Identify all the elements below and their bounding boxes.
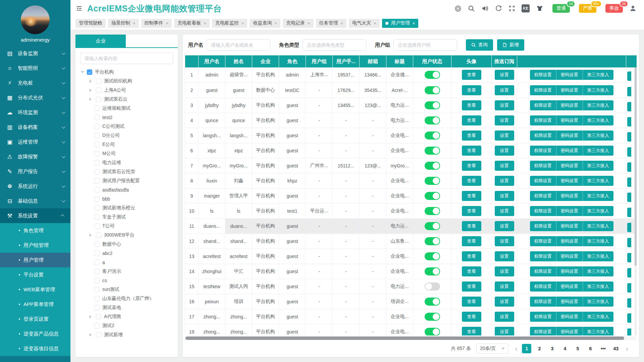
tree-node-label[interactable]: 测试萤石云	[104, 96, 127, 102]
tab-3[interactable]: 控制事件×	[141, 19, 172, 28]
page-number-3[interactable]: 3	[547, 344, 557, 353]
user-status-toggle[interactable]	[425, 147, 440, 155]
add-button[interactable]: 新增	[497, 39, 524, 51]
push-subscribe-button[interactable]: 设置	[495, 206, 514, 216]
view-avatar-button[interactable]: 查看	[462, 161, 481, 171]
tree-node-label[interactable]: 上海A公司	[104, 87, 126, 93]
tab-10[interactable]: 用户管理×	[382, 19, 419, 28]
caret-right-icon[interactable]	[90, 315, 93, 318]
checkbox[interactable]	[94, 251, 100, 256]
permission-settings-button[interactable]: 权限设置	[530, 100, 556, 110]
third-party-access-button[interactable]: 第三方接入	[583, 161, 613, 171]
clipped-action-button[interactable]	[627, 162, 631, 172]
sound-icon[interactable]	[481, 5, 489, 12]
password-settings-button[interactable]: 密码设置	[556, 70, 583, 80]
sidebar-item-ops-management[interactable]: ▣运维管理	[0, 135, 70, 149]
sidebar-item-user-report[interactable]: ✎用户报告	[0, 164, 70, 179]
tree-node[interactable]: 3000WEB平台	[81, 230, 176, 240]
push-subscribe-button[interactable]: 设置	[495, 176, 514, 186]
clipped-action-button[interactable]	[627, 87, 631, 96]
checkbox[interactable]	[96, 232, 101, 238]
tree-node[interactable]: cs	[81, 276, 176, 285]
clipped-action-button[interactable]	[627, 147, 631, 157]
search-icon[interactable]	[468, 5, 475, 12]
username-filter-input[interactable]	[207, 39, 270, 51]
sidebar-item-smart-lighting[interactable]: ☼智能照明	[0, 61, 70, 75]
permission-settings-button[interactable]: 权限设置	[530, 131, 556, 141]
checkbox[interactable]	[94, 205, 100, 211]
permission-settings-button[interactable]: 权限设置	[530, 266, 556, 276]
third-party-access-button[interactable]: 第三方接入	[583, 176, 613, 186]
permission-settings-button[interactable]: 权限设置	[530, 281, 556, 292]
push-subscribe-button[interactable]: 设置	[495, 266, 514, 276]
sidebar-item-system-settings[interactable]: ⚒系统设置	[0, 208, 70, 223]
user-status-toggle[interactable]	[425, 313, 440, 321]
tree-node-label[interactable]: 测试用户报告配置	[102, 178, 140, 184]
tree-node[interactable]: A代理商	[81, 312, 176, 321]
permission-settings-button[interactable]: 权限设置	[530, 236, 556, 246]
checkbox[interactable]	[94, 214, 100, 220]
clipped-action-button[interactable]	[627, 117, 631, 126]
clipped-action-button[interactable]	[627, 283, 631, 293]
submenu-item-user-group-management[interactable]: 用户组管理	[0, 238, 70, 253]
caret-right-icon[interactable]	[90, 98, 93, 101]
theme-shirt-icon[interactable]	[536, 5, 543, 12]
close-icon[interactable]: ×	[374, 21, 376, 26]
password-settings-button[interactable]: 密码设置	[556, 266, 583, 276]
permission-settings-button[interactable]: 权限设置	[530, 221, 556, 231]
tree-node-label[interactable]: C公司测试	[102, 123, 124, 130]
vertical-scrollbar-thumb[interactable]	[635, 67, 637, 266]
push-subscribe-button[interactable]: 设置	[495, 146, 514, 156]
sidebar-item-base-info[interactable]: ⊟基础信息	[0, 194, 70, 208]
clipped-action-button[interactable]	[627, 298, 631, 308]
permission-settings-button[interactable]: 权限设置	[530, 251, 556, 261]
checkbox[interactable]	[94, 115, 100, 120]
password-settings-button[interactable]: 密码设置	[556, 115, 583, 125]
checkbox[interactable]	[94, 106, 100, 111]
tree-node[interactable]: a	[81, 258, 176, 267]
checkbox[interactable]	[94, 178, 100, 184]
password-settings-button[interactable]: 密码设置	[556, 100, 583, 110]
user-status-toggle[interactable]	[425, 237, 440, 245]
password-settings-button[interactable]: 密码设置	[556, 221, 583, 231]
clipped-action-button[interactable]	[627, 71, 631, 81]
push-subscribe-button[interactable]: 设置	[495, 131, 514, 141]
user-status-toggle[interactable]	[425, 267, 440, 275]
close-icon[interactable]: ×	[133, 21, 136, 26]
push-subscribe-button[interactable]: 设置	[495, 312, 514, 322]
close-icon[interactable]: ×	[341, 21, 343, 26]
password-settings-button[interactable]: 密码设置	[556, 206, 583, 216]
tree-node-label[interactable]: 车盒子测试	[102, 214, 126, 220]
clipped-action-button[interactable]	[627, 193, 631, 202]
user-status-toggle[interactable]	[425, 192, 440, 200]
tab-enterprise[interactable]: 企业	[75, 35, 126, 47]
permission-settings-button[interactable]: 权限设置	[530, 70, 556, 80]
tree-node-label[interactable]: abc2	[102, 251, 112, 256]
push-subscribe-button[interactable]: 设置	[495, 100, 514, 110]
view-avatar-button[interactable]: 查看	[462, 176, 481, 186]
third-party-access-button[interactable]: 第三方接入	[583, 251, 613, 261]
user-status-toggle[interactable]	[425, 328, 440, 336]
permission-settings-button[interactable]: 权限设置	[530, 206, 556, 216]
clipped-action-button[interactable]	[627, 313, 631, 323]
role-filter-input[interactable]	[303, 39, 366, 51]
tree-node[interactable]: asdfasfasdfa	[81, 185, 176, 194]
tree-node-label[interactable]: 数据中心	[102, 241, 121, 247]
view-avatar-button[interactable]: 查看	[462, 327, 481, 336]
user-status-toggle[interactable]	[425, 252, 440, 260]
caret-right-icon[interactable]	[90, 89, 93, 92]
horizontal-scrollbar-thumb[interactable]	[185, 337, 624, 340]
view-avatar-button[interactable]: 查看	[462, 146, 481, 156]
third-party-access-button[interactable]: 第三方接入	[583, 206, 613, 216]
third-party-access-button[interactable]: 第三方接入	[583, 115, 613, 125]
tree-node-label[interactable]: E公司	[102, 142, 115, 148]
collapse-menu-icon[interactable]	[76, 5, 83, 12]
submenu-item-web-menu-management[interactable]: WEB菜单管理	[0, 282, 70, 297]
tree-node-label[interactable]: T公司	[102, 223, 115, 229]
tree-node-label[interactable]: 运维巡检测试	[102, 105, 130, 111]
submenu-item-role-management[interactable]: 角色管理	[0, 223, 70, 238]
submenu-item-login-page-settings[interactable]: 登录页设置	[0, 312, 70, 326]
tree-node[interactable]: bbb	[81, 194, 176, 203]
third-party-access-button[interactable]: 第三方接入	[583, 236, 613, 246]
checkbox[interactable]	[94, 187, 100, 193]
